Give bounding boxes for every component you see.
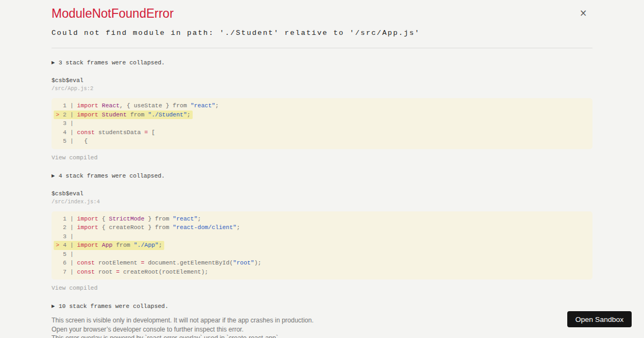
footer-note-overlay: This error overlay is powered by `react-… [52, 334, 535, 338]
code-line-text: 5 | { [56, 137, 87, 146]
code-line-text: 2 | import { createRoot } from "react-do… [56, 223, 240, 232]
code-line: 1 | import React, { useState } from "rea… [56, 101, 588, 111]
code-line: 4 | const studentsData = [ [56, 128, 588, 137]
expand-arrow-icon: ▶ [52, 173, 55, 178]
code-line-text: 4 | const studentsData = [ [56, 128, 155, 137]
code-line-text: 1 | import React, { useState } from "rea… [56, 101, 219, 111]
stack-frame-2: $csb$eval /src/index.js:4 1 | import { S… [52, 190, 592, 292]
code-line: 3 | [56, 119, 588, 128]
code-line: 1 | import { StrictMode } from "react"; [56, 215, 588, 224]
code-line-text: 7 | const root = createRoot(rootElement)… [56, 268, 208, 277]
error-message: Could not find module in path: './Studen… [52, 29, 592, 38]
open-sandbox-button[interactable]: Open Sandbox [567, 311, 632, 327]
view-compiled-link-1[interactable]: View compiled [52, 154, 98, 161]
code-line: > 4 | import App from "./App"; [56, 241, 588, 250]
stack-frame-1: $csb$eval /src/App.js:2 1 | import React… [52, 77, 592, 161]
code-line-highlight: > 4 | import App from "./App"; [54, 241, 164, 250]
footer-notes: This screen is visible only in developme… [52, 316, 535, 338]
collapsed-frames-toggle-1[interactable]: ▶3 stack frames were collapsed. [52, 59, 592, 67]
error-overlay: ModuleNotFoundError × Could not find mod… [0, 0, 644, 338]
collapsed-frames-toggle-3[interactable]: ▶10 stack frames were collapsed. [52, 303, 592, 310]
frame-location: /src/App.js:2 [52, 85, 592, 92]
page-title: ModuleNotFoundError [52, 6, 174, 20]
code-line: 3 | [56, 232, 588, 241]
code-line-text: 3 | [56, 232, 74, 241]
code-line: 7 | const root = createRoot(rootElement)… [56, 268, 588, 277]
code-line-text: 3 | [56, 119, 74, 128]
divider [52, 48, 592, 48]
code-line-highlight: > 2 | import Student from "./Student"; [54, 111, 193, 120]
frame-location: /src/index.js:4 [52, 199, 592, 205]
code-line: 5 | [56, 250, 588, 259]
collapsed-frames-label: 10 stack frames were collapsed. [58, 303, 169, 310]
overlay-header: ModuleNotFoundError × [52, 6, 592, 20]
collapsed-frames-label: 3 stack frames were collapsed. [58, 60, 165, 66]
code-line-text: 1 | import { StrictMode } from "react"; [56, 215, 201, 224]
expand-arrow-icon: ▶ [52, 304, 55, 308]
frame-function: $csb$eval [52, 190, 592, 197]
code-line-text: 5 | [56, 250, 74, 259]
code-frame: 1 | import { StrictMode } from "react"; … [52, 211, 592, 280]
collapsed-frames-label: 4 stack frames were collapsed. [58, 173, 165, 179]
view-compiled-link-2[interactable]: View compiled [52, 284, 98, 292]
footer-note-development: This screen is visible only in developme… [52, 316, 535, 325]
code-line-text: 6 | const rootElement = document.getElem… [56, 259, 261, 268]
code-line: 6 | const rootElement = document.getElem… [56, 259, 588, 268]
code-line: 2 | import { createRoot } from "react-do… [56, 223, 588, 232]
close-button[interactable]: × [580, 9, 587, 18]
frame-function: $csb$eval [52, 77, 592, 84]
collapsed-frames-toggle-2[interactable]: ▶4 stack frames were collapsed. [52, 172, 592, 180]
code-frame: 1 | import React, { useState } from "rea… [52, 98, 592, 149]
code-line: 5 | { [56, 137, 588, 146]
footer-note-console: Open your browser’s developer console to… [52, 325, 535, 334]
expand-arrow-icon: ▶ [52, 60, 55, 65]
code-line: > 2 | import Student from "./Student"; [56, 111, 588, 120]
close-icon: × [580, 8, 587, 18]
